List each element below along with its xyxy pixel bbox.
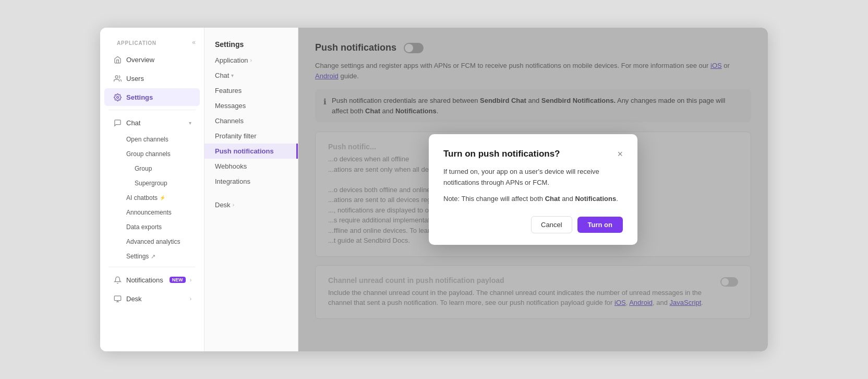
sidebar-item-ai-chatbots[interactable]: AI chatbots ⚡ <box>104 191 200 205</box>
desk-icon <box>113 294 122 303</box>
notifications-chevron: › <box>190 277 191 283</box>
nav-item-profanity-filter[interactable]: Profanity filter <box>204 128 298 144</box>
nav-item-channels[interactable]: Channels <box>204 113 298 128</box>
bell-icon <box>113 275 122 285</box>
nav-section-chat[interactable]: Chat ▾ <box>204 68 298 83</box>
nav-item-messages-label: Messages <box>215 102 246 110</box>
nav-item-channels-label: Channels <box>215 117 244 125</box>
sidebar-header: APPLICATION « <box>100 34 204 50</box>
nav-item-push-notifications-label: Push notifications <box>215 147 274 155</box>
chevron-down-icon: ▾ <box>189 120 191 126</box>
sidebar-divider-2 <box>108 267 196 267</box>
nav-item-webhooks[interactable]: Webhooks <box>204 159 298 174</box>
nav-panel: Settings Application › Chat ▾ Features M… <box>204 28 298 351</box>
modal-header: Turn on push notifications? × <box>443 149 623 159</box>
sidebar-item-label-settings: Settings <box>126 93 153 101</box>
sidebar-item-data-exports[interactable]: Data exports <box>104 220 200 234</box>
nav-application-chevron: › <box>250 57 252 63</box>
modal-close-button[interactable]: × <box>617 149 623 159</box>
modal-title: Turn on push notifications? <box>443 149 560 159</box>
sidebar-sub-label-supergroup: Supergroup <box>135 180 167 187</box>
nav-item-integrations-label: Integrations <box>215 177 250 185</box>
sidebar-item-users[interactable]: Users <box>104 69 200 87</box>
nav-section-application[interactable]: Application › <box>204 53 298 68</box>
nav-item-features-label: Features <box>215 87 242 94</box>
svg-point-0 <box>115 75 118 78</box>
nav-desk-chevron: › <box>233 202 234 208</box>
sidebar-sub-label-settings: Settings <box>126 253 149 260</box>
nav-panel-title: Settings <box>204 36 298 53</box>
external-link-icon: ↗ <box>151 253 155 260</box>
sidebar-sub-label-group: Group <box>135 165 152 172</box>
svg-point-1 <box>116 96 118 98</box>
nav-item-webhooks-label: Webhooks <box>215 162 247 170</box>
modal-footer: Cancel Turn on <box>443 216 623 233</box>
sidebar-item-label-overview: Overview <box>126 56 154 64</box>
nav-item-push-notifications[interactable]: Push notifications <box>204 144 298 159</box>
turn-on-button[interactable]: Turn on <box>577 217 623 233</box>
sidebar-item-desk[interactable]: Desk › <box>104 290 200 307</box>
notifications-badge: NEW <box>170 277 186 283</box>
sidebar-item-label-desk: Desk <box>126 295 142 303</box>
sidebar-item-label-users: Users <box>126 75 144 82</box>
nav-item-messages[interactable]: Messages <box>204 98 298 113</box>
sidebar-item-open-channels[interactable]: Open channels <box>104 133 200 146</box>
chat-icon <box>113 118 122 127</box>
sidebar-sub-label-open-channels: Open channels <box>126 136 168 143</box>
sidebar-item-notifications[interactable]: Notifications NEW › <box>104 271 200 289</box>
sidebar-section-label: APPLICATION <box>108 36 165 48</box>
modal-body-line1: If turned on, your app on a user's devic… <box>443 167 623 188</box>
sidebar-item-group[interactable]: Group <box>104 162 200 175</box>
svg-rect-2 <box>114 295 121 300</box>
nav-section-chat-label: Chat <box>215 72 229 79</box>
modal-overlay: Turn on push notifications? × If turned … <box>298 28 768 351</box>
nav-item-integrations[interactable]: Integrations <box>204 174 298 189</box>
nav-section-desk-label: Desk <box>215 201 231 209</box>
nav-section-desk[interactable]: Desk › <box>204 197 298 212</box>
collapse-icon[interactable]: « <box>192 39 196 46</box>
desk-chevron: › <box>190 296 191 302</box>
sidebar-item-label-notifications: Notifications <box>126 276 163 284</box>
sidebar-item-group-channels[interactable]: Group channels <box>104 147 200 161</box>
sidebar: APPLICATION « Overview Users Settings <box>100 28 204 351</box>
sidebar-item-chat[interactable]: Chat ▾ <box>104 114 200 132</box>
sidebar-sub-label-advanced-analytics: Advanced analytics <box>126 238 180 245</box>
home-icon <box>113 55 122 64</box>
main-content: Push notifications Change settings and r… <box>298 28 768 351</box>
gear-icon <box>113 92 122 102</box>
nav-item-features[interactable]: Features <box>204 83 298 98</box>
sidebar-item-announcements[interactable]: Announcements <box>104 206 200 219</box>
sidebar-item-advanced-analytics[interactable]: Advanced analytics <box>104 235 200 248</box>
sidebar-sub-label-group-channels: Group channels <box>126 150 171 158</box>
sidebar-item-settings[interactable]: Settings <box>104 88 200 106</box>
sidebar-item-supergroup[interactable]: Supergroup <box>104 176 200 190</box>
nav-item-profanity-filter-label: Profanity filter <box>215 132 256 140</box>
sidebar-sub-label-data-exports: Data exports <box>126 223 162 231</box>
sidebar-item-overview[interactable]: Overview <box>104 51 200 68</box>
nav-chat-chevron: ▾ <box>231 73 234 78</box>
modal-body-note: Note: This change will affect both Chat … <box>443 194 623 205</box>
nav-section-application-label: Application <box>215 56 248 64</box>
sidebar-sub-label-ai-chatbots: AI chatbots <box>126 194 158 202</box>
sidebar-item-settings-sub[interactable]: Settings ↗ <box>104 250 200 263</box>
sidebar-item-label-chat: Chat <box>126 119 140 127</box>
ai-chatbots-beta: ⚡ <box>160 195 165 200</box>
sidebar-divider <box>108 110 196 110</box>
sidebar-sub-label-announcements: Announcements <box>126 209 172 216</box>
modal-dialog: Turn on push notifications? × If turned … <box>429 134 637 244</box>
modal-body: If turned on, your app on a user's devic… <box>443 167 623 204</box>
users-icon <box>113 74 122 83</box>
cancel-button[interactable]: Cancel <box>531 216 572 233</box>
